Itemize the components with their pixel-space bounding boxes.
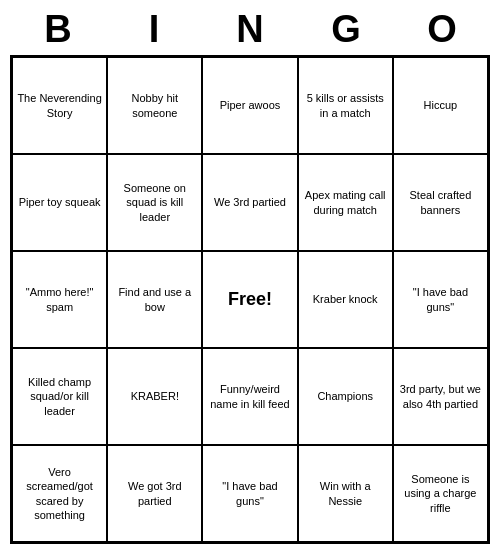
bingo-cell-14[interactable]: "I have bad guns" [393, 251, 488, 348]
bingo-cell-17[interactable]: Funny/weird name in kill feed [202, 348, 297, 445]
bingo-cell-2[interactable]: Piper awoos [202, 57, 297, 154]
letter-n: N [206, 8, 294, 51]
letter-g: G [302, 8, 390, 51]
bingo-cell-19[interactable]: 3rd party, but we also 4th partied [393, 348, 488, 445]
bingo-cell-24[interactable]: Someone is using a charge riffle [393, 445, 488, 542]
bingo-cell-8[interactable]: Apex mating call during match [298, 154, 393, 251]
bingo-cell-11[interactable]: Find and use a bow [107, 251, 202, 348]
bingo-cell-5[interactable]: Piper toy squeak [12, 154, 107, 251]
bingo-cell-18[interactable]: Champions [298, 348, 393, 445]
bingo-cell-21[interactable]: We got 3rd partied [107, 445, 202, 542]
letter-i: I [110, 8, 198, 51]
bingo-cell-9[interactable]: Steal crafted banners [393, 154, 488, 251]
bingo-cell-12[interactable]: Free! [202, 251, 297, 348]
bingo-cell-15[interactable]: Killed champ squad/or kill leader [12, 348, 107, 445]
bingo-cell-16[interactable]: KRABER! [107, 348, 202, 445]
letter-b: B [14, 8, 102, 51]
bingo-cell-4[interactable]: Hiccup [393, 57, 488, 154]
letter-o: O [398, 8, 486, 51]
bingo-cell-0[interactable]: The Neverending Story [12, 57, 107, 154]
bingo-cell-3[interactable]: 5 kills or assists in a match [298, 57, 393, 154]
bingo-cell-22[interactable]: "I have bad guns" [202, 445, 297, 542]
bingo-cell-10[interactable]: "Ammo here!" spam [12, 251, 107, 348]
bingo-cell-20[interactable]: Vero screamed/got scared by something [12, 445, 107, 542]
bingo-grid: The Neverending StoryNobby hit someonePi… [10, 55, 490, 544]
bingo-header: B I N G O [10, 0, 490, 55]
bingo-cell-1[interactable]: Nobby hit someone [107, 57, 202, 154]
bingo-cell-23[interactable]: Win with a Nessie [298, 445, 393, 542]
bingo-cell-6[interactable]: Someone on squad is kill leader [107, 154, 202, 251]
bingo-cell-13[interactable]: Kraber knock [298, 251, 393, 348]
bingo-cell-7[interactable]: We 3rd partied [202, 154, 297, 251]
